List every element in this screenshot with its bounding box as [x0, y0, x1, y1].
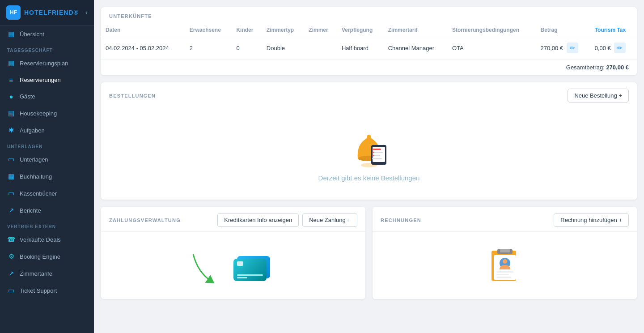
- svg-point-9: [372, 152, 374, 154]
- kreditkarten-info-button[interactable]: Kreditkarten Info anzeigen: [217, 213, 299, 227]
- zahlungsverwaltung-title: ZAHLUNGSVERWALTUNG: [109, 218, 181, 223]
- card-lines: [237, 274, 263, 278]
- svg-rect-8: [374, 152, 383, 153]
- unterkunfte-table: Daten Erwachsene Kinder Zimmertyp Zimmer…: [101, 23, 637, 59]
- sidebar-item-verkaufte-deals[interactable]: ☎ Verkaufte Deals: [0, 231, 94, 248]
- unterkunfte-title: UNTERKÜNFTE: [109, 13, 152, 19]
- zahlungsverwaltung-card: ZAHLUNGSVERWALTUNG Kreditkarten Info anz…: [101, 207, 365, 299]
- section-label-vertrieb: VERTRIEB EXTERN: [0, 219, 94, 231]
- col-tourism-tax: Tourism Tax: [590, 23, 637, 37]
- table-row: 04.02.2024 - 05.02.2024 2 0 Double Half …: [101, 37, 637, 59]
- sidebar: HF HOTELFRIEND® ‹ ▦ Übersicht TAGESGESCH…: [0, 0, 94, 333]
- rechnungen-header: RECHNUNGEN Rechnung hinzufügen +: [373, 207, 637, 232]
- sidebar-item-housekeeping[interactable]: ▤ Housekeeping: [0, 105, 94, 122]
- rates-icon: ↗: [7, 269, 15, 278]
- col-zimmertarif: Zimmertarif: [384, 23, 448, 37]
- bottom-grid: ZAHLUNGSVERWALTUNG Kreditkarten Info anz…: [101, 207, 637, 299]
- svg-rect-17: [500, 249, 510, 252]
- card-line-1: [237, 274, 263, 276]
- svg-point-11: [372, 155, 374, 157]
- betrag-edit-button[interactable]: ✏: [567, 43, 578, 53]
- tourism-tax-edit-button[interactable]: ✏: [614, 43, 626, 53]
- col-verpflegung: Verpflegung: [337, 23, 384, 37]
- col-erwachsene: Erwachsene: [185, 23, 232, 37]
- neue-zahlung-button[interactable]: Neue Zahlung +: [302, 213, 357, 227]
- card-chip: [237, 261, 243, 266]
- wrench-icon: ✱: [7, 126, 15, 134]
- card-front: [233, 259, 267, 281]
- svg-rect-22: [496, 274, 509, 275]
- bestellungen-empty-state: Derzeit gibt es keine Bestellungen: [101, 107, 637, 200]
- rechnungen-card: RECHNUNGEN Rechnung hinzufügen +: [373, 207, 637, 299]
- cell-zimmertyp: Double: [262, 37, 305, 59]
- sidebar-item-uebersicht[interactable]: ▦ Übersicht: [0, 26, 94, 43]
- sidebar-item-gaeste[interactable]: ● Gäste: [0, 88, 94, 105]
- credit-card-stack: [233, 256, 269, 281]
- svg-rect-21: [496, 271, 513, 273]
- total-row: Gesamtbetrag: 270,00 €: [101, 59, 637, 75]
- sidebar-item-reservierungsplan[interactable]: ▦ Reservierungsplan: [0, 55, 94, 72]
- calendar-icon: ▦: [7, 59, 15, 67]
- cell-zimmertarif: Channel Manager: [384, 37, 448, 59]
- logo-text: HOTELFRIEND®: [24, 9, 79, 16]
- col-stornierung: Stornierungsbedingungen: [448, 23, 536, 37]
- zahlungsverwaltung-actions: Kreditkarten Info anzeigen Neue Zahlung …: [217, 213, 357, 227]
- svg-point-20: [503, 259, 507, 264]
- sidebar-toggle-icon[interactable]: ‹: [85, 9, 88, 17]
- grid-icon: ▦: [7, 30, 15, 38]
- cell-betrag: 270,00 € ✏: [536, 37, 590, 59]
- cell-erwachsene: 2: [185, 37, 232, 59]
- sidebar-item-berichte[interactable]: ↗ Berichte: [0, 202, 94, 219]
- payment-illustration: [101, 232, 365, 290]
- svg-point-7: [372, 149, 374, 150]
- cell-verpflegung: Half board: [337, 37, 384, 59]
- svg-point-13: [372, 158, 374, 160]
- folder-icon: ▭: [7, 155, 15, 163]
- cell-zimmer: [304, 37, 337, 59]
- logo-icon: HF: [6, 5, 21, 20]
- section-label-unterlagen: UNTERLAGEN: [0, 139, 94, 151]
- col-kinder: Kinder: [232, 23, 262, 37]
- sidebar-item-buchhaltung[interactable]: ▦ Buchhaltung: [0, 168, 94, 185]
- sidebar-item-ticket-support[interactable]: ▭ Ticket Support: [0, 282, 94, 299]
- arrow-annotation: [189, 250, 225, 286]
- rechnung-hinzufuegen-button[interactable]: Rechnung hinzufügen +: [554, 213, 629, 227]
- cell-stornierung: OTA: [448, 37, 536, 59]
- unterkunfte-section: UNTERKÜNFTE Daten Erwachsene Kinder Zimm…: [101, 7, 637, 75]
- unterkunfte-header: UNTERKÜNFTE: [101, 7, 637, 23]
- invoice-svg: [485, 245, 525, 286]
- svg-rect-23: [496, 277, 511, 278]
- sidebar-item-kassenbuecher[interactable]: ▭ Kassenbücher: [0, 185, 94, 202]
- cell-tourism-tax: 0,00 € ✏: [590, 37, 637, 59]
- card-line-2: [237, 277, 247, 278]
- sidebar-item-unterlagen[interactable]: ▭ Unterlagen: [0, 151, 94, 168]
- invoice-illustration: [373, 232, 637, 299]
- sidebar-item-aufgaben[interactable]: ✱ Aufgaben: [0, 122, 94, 139]
- cell-kinder: 0: [232, 37, 262, 59]
- neue-bestellung-button[interactable]: Neue Bestellung +: [568, 89, 629, 102]
- sidebar-item-booking-engine[interactable]: ⚙ Booking Engine: [0, 248, 94, 265]
- bestellungen-section: BESTELLUNGEN Neue Bestellung +: [101, 82, 637, 200]
- section-label-tagesgeschaeft: TAGESGESCHÄFT: [0, 43, 94, 55]
- bestellungen-title: BESTELLUNGEN: [109, 93, 156, 98]
- bestellungen-header: BESTELLUNGEN Neue Bestellung +: [101, 82, 637, 107]
- housekeeping-icon: ▤: [7, 109, 15, 117]
- main-content: UNTERKÜNFTE Daten Erwachsene Kinder Zimm…: [94, 0, 644, 333]
- zahlungsverwaltung-header: ZAHLUNGSVERWALTUNG Kreditkarten Info anz…: [101, 207, 365, 232]
- cell-daten: 04.02.2024 - 05.02.2024: [101, 37, 185, 59]
- sidebar-item-reservierungen[interactable]: ≡ Reservierungen: [0, 72, 94, 88]
- col-zimmer: Zimmer: [304, 23, 337, 37]
- book-icon: ▭: [7, 189, 15, 197]
- sidebar-logo: HF HOTELFRIEND® ‹: [0, 0, 94, 26]
- col-zimmertyp: Zimmertyp: [262, 23, 305, 37]
- svg-rect-10: [374, 155, 380, 156]
- svg-rect-6: [374, 149, 381, 150]
- sidebar-item-zimmertarife[interactable]: ↗ Zimmertarife: [0, 265, 94, 282]
- accounting-icon: ▦: [7, 172, 15, 180]
- bestellungen-illustration: [344, 125, 394, 174]
- rechnungen-title: RECHNUNGEN: [381, 218, 421, 223]
- list-icon: ≡: [7, 76, 15, 84]
- svg-rect-2: [368, 135, 370, 138]
- col-daten: Daten: [101, 23, 185, 37]
- chart-icon: ↗: [7, 206, 15, 214]
